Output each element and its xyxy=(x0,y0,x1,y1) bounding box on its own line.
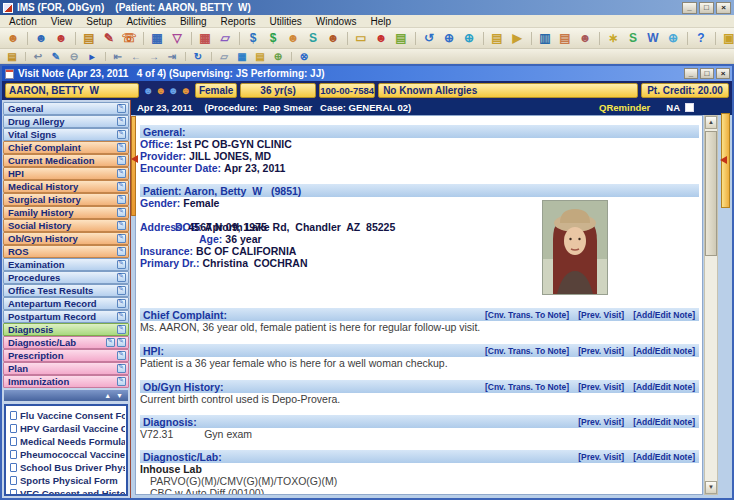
menu-item[interactable]: Billing xyxy=(173,16,214,27)
nav-prev-icon[interactable]: ← xyxy=(128,50,144,63)
messenger-icon[interactable]: ⊕ xyxy=(664,30,682,47)
template-icon[interactable]: ▦ xyxy=(234,50,250,63)
note-edit-icon[interactable]: ✎ xyxy=(100,30,118,47)
scrollbar-down-icon[interactable]: ▼ xyxy=(705,481,717,494)
menu-item[interactable]: Utilities xyxy=(263,16,309,27)
forward-icon[interactable]: ▸ xyxy=(84,50,100,63)
document-item[interactable]: Medical Needs Formula I xyxy=(7,435,125,448)
calendar-icon[interactable]: ▦ xyxy=(196,30,214,47)
add-edit-note-link[interactable]: [Add/Edit Note] xyxy=(633,382,695,392)
cnv-trans-link[interactable]: [Cnv. Trans. To Note] xyxy=(485,382,569,392)
scrollbar-thumb[interactable] xyxy=(705,131,717,256)
add-edit-note-link[interactable]: [Add/Edit Note] xyxy=(633,417,695,427)
prev-visit-link[interactable]: [Prev. Visit] xyxy=(578,382,624,392)
records-icon[interactable]: ☻ xyxy=(576,30,594,47)
document-item[interactable]: School Bus Driver Physic xyxy=(7,461,125,474)
add-edit-note-link[interactable]: [Add/Edit Note] xyxy=(633,310,695,320)
scrollbar-up-icon[interactable]: ▲ xyxy=(705,116,717,129)
web-page-icon[interactable]: ⊕ xyxy=(270,50,286,63)
sidebar-tab-plan[interactable]: Plan xyxy=(3,362,129,375)
lab-flask-icon[interactable]: ▽ xyxy=(168,30,186,47)
schedule-icon[interactable]: S xyxy=(624,30,642,47)
sidebar-tab-drug-allergy[interactable]: Drug Allergy xyxy=(3,115,129,128)
sync-icon[interactable]: ↺ xyxy=(420,30,438,47)
nav-first-icon[interactable]: ⇤ xyxy=(110,50,126,63)
guarantor-icon[interactable]: ☻ xyxy=(284,30,302,47)
document-item[interactable]: HPV Gardasil Vaccine C xyxy=(7,422,125,435)
na-checkbox[interactable] xyxy=(685,103,694,112)
close-note-icon[interactable]: ⊗ xyxy=(296,50,312,63)
open-folder-icon[interactable]: ▤ xyxy=(4,50,20,63)
flag-alert-icon[interactable]: ☻ xyxy=(156,86,167,96)
sidebar-tab-procedures[interactable]: Procedures xyxy=(3,271,129,284)
document-item[interactable]: Pheumococcal Vaccine I xyxy=(7,448,125,461)
sidebar-tab-surgical-history[interactable]: Surgical History xyxy=(3,193,129,206)
folder-user-icon[interactable]: ▤ xyxy=(488,30,506,47)
word-doc-icon[interactable]: W xyxy=(644,30,662,47)
sidebar-tab-prescription[interactable]: Prescription xyxy=(3,349,129,362)
sidebar-tab-postpartum-record[interactable]: Postpartum Record xyxy=(3,310,129,323)
patient-alert-icon[interactable]: ☻ xyxy=(52,30,70,47)
web-icon[interactable]: ⊕ xyxy=(440,30,458,47)
case-folder-icon[interactable]: ▤ xyxy=(80,30,98,47)
note-maximize-button[interactable]: □ xyxy=(700,68,714,79)
patient-icon[interactable]: ☻ xyxy=(4,30,22,47)
refresh-icon[interactable]: ↻ xyxy=(190,50,206,63)
sidebar-tab-current-medication[interactable]: Current Medication xyxy=(3,154,129,167)
accounts-icon[interactable]: ☻ xyxy=(324,30,342,47)
menu-item[interactable]: Help xyxy=(363,16,398,27)
lock-icon[interactable]: ▣ xyxy=(720,30,734,47)
folder-go-icon[interactable]: ▶ xyxy=(508,30,526,47)
sidebar-tab-antepartum-record[interactable]: Antepartum Record xyxy=(3,297,129,310)
edit-note-icon[interactable]: ✎ xyxy=(48,50,64,63)
menu-item[interactable]: Setup xyxy=(79,16,119,27)
help-icon[interactable]: ? xyxy=(692,30,710,47)
app-minimize-button[interactable]: _ xyxy=(682,2,697,14)
scroll-down-icon[interactable]: ▼ xyxy=(116,392,123,399)
prev-visit-link[interactable]: [Prev. Visit] xyxy=(578,452,624,462)
flag-info-icon[interactable]: ☻ xyxy=(168,86,179,96)
app-close-button[interactable]: × xyxy=(716,2,731,14)
sidebar-tab-examination[interactable]: Examination xyxy=(3,258,129,271)
flag-chart-icon[interactable]: ☻ xyxy=(143,86,154,96)
prev-visit-link[interactable]: [Prev. Visit] xyxy=(578,310,624,320)
menu-item[interactable]: Activities xyxy=(119,16,172,27)
document-item[interactable]: Flu Vaccine Consent For xyxy=(7,409,125,422)
document-item[interactable]: VFC Consent and History xyxy=(7,487,125,496)
stamp-icon[interactable]: ▤ xyxy=(252,50,268,63)
sidebar-tab-obgyn-history[interactable]: Ob/Gyn History xyxy=(3,232,129,245)
sidebar-tab-chief-complaint[interactable]: Chief Complaint xyxy=(3,141,129,154)
flag-note-icon[interactable]: ☻ xyxy=(181,86,192,96)
menu-item[interactable]: View xyxy=(44,16,80,27)
content-scrollbar[interactable]: ▲ ▼ xyxy=(704,115,718,495)
note-close-button[interactable]: × xyxy=(716,68,730,79)
nav-last-icon[interactable]: ⇥ xyxy=(164,50,180,63)
phone-icon[interactable]: ☏ xyxy=(120,30,138,47)
cnv-trans-link[interactable]: [Cnv. Trans. To Note] xyxy=(485,346,569,356)
add-edit-note-link[interactable]: [Add/Edit Note] xyxy=(633,452,695,462)
document-item[interactable]: Sports Physical Form xyxy=(7,474,125,487)
id-card-icon[interactable]: ▤ xyxy=(556,30,574,47)
cnv-trans-link[interactable]: [Cnv. Trans. To Note] xyxy=(485,310,569,320)
document-icon[interactable]: ▱ xyxy=(216,30,234,47)
sidebar-tab-office-test-results[interactable]: Office Test Results xyxy=(3,284,129,297)
billing-icon[interactable]: $ xyxy=(244,30,262,47)
sidebar-tab-hpi[interactable]: HPI xyxy=(3,167,129,180)
add-edit-note-link[interactable]: [Add/Edit Note] xyxy=(633,346,695,356)
network-icon[interactable]: ⊕ xyxy=(460,30,478,47)
menu-item[interactable]: Reports xyxy=(214,16,263,27)
prev-visit-link[interactable]: [Prev. Visit] xyxy=(578,346,624,356)
tasks-icon[interactable]: ▤ xyxy=(392,30,410,47)
qreminder-link[interactable]: QReminder xyxy=(599,102,650,113)
copy-icon[interactable]: ▱ xyxy=(216,50,232,63)
patient-allergies-badge[interactable]: No Known Allergies xyxy=(378,83,638,98)
menu-item[interactable]: Action xyxy=(2,16,44,27)
sidebar-tab-vital-signs[interactable]: Vital Signs xyxy=(3,128,129,141)
sidebar-tab-immunization[interactable]: Immunization xyxy=(3,375,129,388)
chart-view-icon[interactable]: ▦ xyxy=(148,30,166,47)
sidebar-tab-diagnosis[interactable]: Diagnosis xyxy=(3,323,129,336)
nav-next-icon[interactable]: → xyxy=(146,50,162,63)
monitor-icon[interactable]: ▭ xyxy=(352,30,370,47)
payment-icon[interactable]: $ xyxy=(264,30,282,47)
sidebar-tab-diagnostic-lab[interactable]: Diagnostic/Lab xyxy=(3,336,129,349)
